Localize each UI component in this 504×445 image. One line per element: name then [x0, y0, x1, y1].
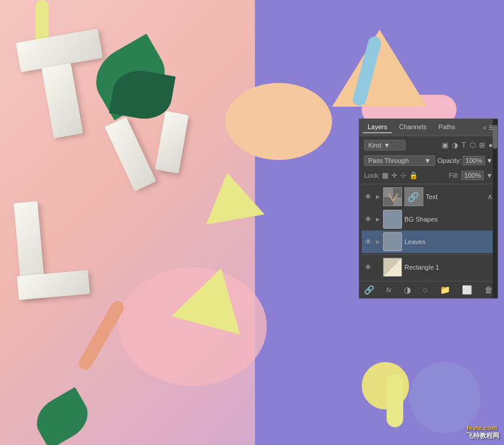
lock-icons: ▦ ✛ ⊹ 🔒 — [382, 171, 418, 180]
pixel-icon[interactable]: ▣ — [442, 141, 448, 149]
layer-expand-leaves[interactable]: ▶ — [375, 239, 381, 245]
watermark-chinese: 飞特教程网 — [467, 432, 499, 439]
fill-arrow[interactable]: ▼ — [486, 172, 493, 179]
watermark: fevte.com 飞特教程网 — [467, 424, 499, 440]
letter-T-stem — [42, 63, 83, 139]
blend-mode-value: Pass Through — [368, 157, 409, 164]
panel-header: Layers Channels Paths « ☰ — [359, 119, 497, 136]
layer-arrow-text: ∧ — [487, 193, 493, 201]
layer-link-icon: 🔗 — [405, 187, 423, 206]
shape-icon[interactable]: ⬡ — [470, 141, 476, 149]
smartobj-icon[interactable]: ⊞ — [479, 141, 485, 149]
layer-expand-rect[interactable] — [375, 264, 381, 270]
layer-name-bgshapes: BG Shapes — [404, 216, 493, 223]
layer-thumb-leaves — [383, 232, 402, 251]
layer-item-bgshapes[interactable]: 👁 ▶ BG Shapes — [362, 208, 495, 230]
fill-row: Fill: 100% ▼ — [449, 171, 493, 180]
layer-item-text[interactable]: 👁 ▶ 🔗 — [362, 185, 495, 208]
tab-layers[interactable]: Layers — [363, 121, 392, 133]
panel-body: Kind ▼ ▣ ◑ T ⬡ ⊞ ● Pass Through ▼ — [359, 136, 497, 281]
layer-eye-leaves[interactable]: 👁 — [364, 238, 372, 246]
toolbar-link-icon[interactable]: 🔗 — [363, 284, 375, 296]
yellow-cylinder-bottom — [387, 374, 403, 427]
kind-label: Kind — [368, 142, 381, 149]
type-icon[interactable]: T — [461, 141, 465, 149]
tab-channels[interactable]: Channels — [394, 121, 431, 133]
scroll-thumb[interactable] — [493, 125, 497, 149]
toolbar-mask-icon[interactable]: ○ — [422, 284, 429, 296]
layer-item-leaves[interactable]: 👁 ▶ Leaves — [362, 230, 495, 253]
svg-text:🔗: 🔗 — [407, 191, 419, 203]
lock-row: Lock: ▦ ✛ ⊹ 🔒 Fill: 100% ▼ — [362, 169, 495, 181]
lock-artboard-icon[interactable]: ⊹ — [400, 171, 406, 180]
tab-paths[interactable]: Paths — [434, 121, 460, 133]
toolbar-adjustment-layer-icon[interactable]: ◑ — [403, 284, 412, 296]
opacity-row: Opacity: 100% ▼ — [438, 156, 493, 165]
letter-Y-left — [105, 117, 157, 191]
opacity-input[interactable]: 100% — [462, 156, 485, 165]
layer-eye-rect[interactable]: 👁 — [364, 263, 372, 271]
adjustment-icon[interactable]: ◑ — [452, 141, 458, 149]
layers-panel: Layers Channels Paths « ☰ Kind ▼ ▣ ◑ T ⬡ — [359, 119, 498, 299]
layer-thumb-rect — [383, 258, 402, 277]
canvas-area: Layers Channels Paths « ☰ Kind ▼ ▣ ◑ T ⬡ — [0, 0, 504, 445]
layer-name-text: Text — [426, 193, 485, 200]
kind-row: Kind ▼ ▣ ◑ T ⬡ ⊞ ● — [362, 139, 495, 152]
lock-move-icon[interactable]: ✛ — [391, 171, 397, 180]
layer-eye-text[interactable]: 👁 — [364, 193, 372, 201]
watermark-site: fevte.com — [467, 424, 497, 431]
toolbar-new-layer-icon[interactable]: ⬜ — [461, 284, 473, 296]
svg-rect-1 — [384, 188, 393, 197]
layer-thumb-bgshapes — [383, 210, 402, 229]
divider-1 — [362, 184, 495, 184]
collapse-double-arrow[interactable]: « — [483, 124, 486, 131]
kind-dropdown[interactable]: Kind ▼ — [364, 140, 406, 151]
lock-label: Lock: — [364, 172, 379, 179]
circle-filter-icon[interactable]: ● — [489, 141, 493, 149]
layer-name-rect: Rectangle 1 — [404, 264, 493, 271]
layer-expand-bgshapes[interactable]: ▶ — [375, 216, 381, 222]
letter-Y-right — [155, 111, 189, 173]
kind-filter-icons: ▣ ◑ T ⬡ ⊞ ● — [442, 141, 493, 149]
fill-input[interactable]: 100% — [461, 171, 484, 180]
svg-rect-3 — [393, 188, 402, 197]
layer-thumb-text-link: 🔗 — [404, 187, 423, 206]
fill-label: Fill: — [449, 172, 459, 179]
kind-arrow: ▼ — [384, 142, 390, 149]
layer-name-leaves: Leaves — [404, 238, 493, 245]
divider-2 — [362, 254, 495, 255]
blend-row: Pass Through ▼ Opacity: 100% ▼ — [362, 154, 495, 167]
layer-item-rect[interactable]: 👁 Rectangle 1 — [362, 256, 495, 278]
panel-toolbar: 🔗 fx ◑ ○ 📁 ⬜ 🗑 — [359, 281, 497, 298]
opacity-arrow[interactable]: ▼ — [486, 157, 493, 164]
toolbar-fx-icon[interactable]: fx — [385, 285, 393, 294]
lock-all-icon[interactable]: 🔒 — [409, 171, 418, 180]
purple-circle-shape — [409, 362, 480, 433]
opacity-label: Opacity: — [438, 157, 461, 164]
panel-scrollbar[interactable] — [493, 119, 497, 298]
lock-checkerboard-icon[interactable]: ▦ — [382, 171, 388, 180]
layer-eye-bgshapes[interactable]: 👁 — [364, 215, 372, 223]
layer-thumb-text-svg — [384, 188, 402, 206]
blend-mode-arrow: ▼ — [425, 157, 431, 164]
blend-mode-dropdown[interactable]: Pass Through ▼ — [364, 155, 435, 166]
layer-thumb-text — [383, 187, 402, 206]
layer-expand-text[interactable]: ▶ — [375, 194, 381, 200]
toolbar-group-icon[interactable]: 📁 — [439, 284, 451, 296]
